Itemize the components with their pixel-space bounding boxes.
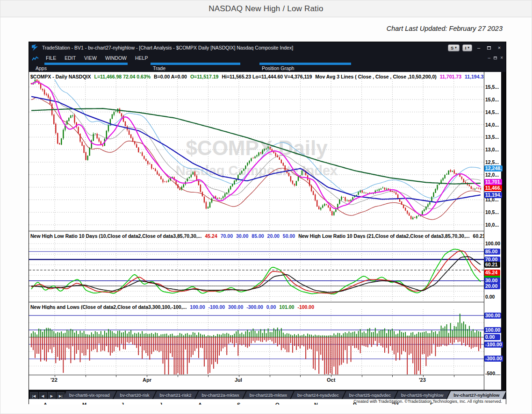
axis-value-badge: 12,248. bbox=[484, 165, 503, 171]
chevron-down-icon: ▾ bbox=[455, 46, 457, 50]
axis-value-badge: -100.00 bbox=[484, 342, 503, 348]
workspace-tab-bv-chart21-risk2[interactable]: bv-chart21-risk2 bbox=[153, 391, 198, 399]
indicator-label-segment: New High Low Ratio 10 Days (21,Close of … bbox=[298, 233, 469, 238]
tradestation-logo-icon bbox=[32, 44, 39, 51]
clipped-month-label: J bbox=[121, 402, 124, 405]
child-minimize-button[interactable]: – bbox=[488, 55, 491, 61]
workspace-tab-bv-chart26-nyhighlow[interactable]: bv-chart26-nyhighlow bbox=[395, 391, 450, 399]
app-tab-trade[interactable]: Trade bbox=[153, 65, 165, 71]
chart-client-area: $COMPX - Daily NASDQIXL=11,466.98 72.04 … bbox=[29, 72, 506, 390]
indicator-label-segment: 60.21 bbox=[473, 233, 484, 238]
tradestation-window: TradeStation - BV1 - bv-chart27-nyhighlo… bbox=[29, 42, 506, 404]
info-segment: O=11,517.19 bbox=[190, 74, 218, 79]
page-title: NASDAQ New High / Low Ratio bbox=[208, 4, 323, 14]
info-segment: L=11,466.98 72.04 0.63% bbox=[94, 74, 151, 79]
menu-item-edit[interactable]: EDIT bbox=[60, 55, 80, 61]
highs-lows-panel[interactable] bbox=[29, 309, 484, 375]
time-tick bbox=[362, 375, 362, 377]
window-title: TradeStation - BV1 - bv-chart27-nyhighlo… bbox=[42, 45, 444, 50]
indicator-label-segment: 100.00 bbox=[190, 304, 205, 309]
symbol-button[interactable]: S▾ bbox=[448, 44, 460, 51]
restore-button[interactable] bbox=[485, 44, 493, 51]
axis-tick-label: -500.... bbox=[485, 371, 501, 376]
restore-icon bbox=[494, 57, 497, 59]
time-axis-label: '23 bbox=[419, 377, 426, 383]
workspace-tab-bv-chart24-nyadvdec[interactable]: bv-chart24-nyadvdec bbox=[291, 391, 345, 399]
indicator-label-segment: -300.00 bbox=[246, 304, 263, 309]
axis-value-badge: 100.00 bbox=[484, 327, 501, 333]
axis-value-badge: 300.00 bbox=[484, 313, 501, 319]
value-axis-column: 15,5...15,0...14,5...14,0...13,5...13,0.… bbox=[484, 72, 501, 390]
info-segment: Mov Avg 3 Lines ( Close , Close , Close … bbox=[315, 74, 437, 79]
axis-tick-label: 100.00 bbox=[485, 241, 500, 246]
indicator-label-segment: 50.00 bbox=[283, 233, 295, 238]
menu-item-file[interactable]: FILE bbox=[42, 55, 60, 61]
menu-item-view[interactable]: VIEW bbox=[80, 55, 101, 61]
child-close-button[interactable]: × bbox=[500, 55, 503, 61]
workspace-tab-bv-chart22a-mktwx[interactable]: bv-chart22a-mktwx bbox=[195, 391, 246, 399]
indicator-label-segment: New Highs and Lows (Close of data2,Close… bbox=[30, 304, 187, 309]
highs-lows-label-row: New Highs and Lows (Close of data2,Close… bbox=[29, 302, 484, 309]
app-tab-row: AppsTradePosition Graph bbox=[29, 63, 506, 72]
copyright-text: Created with TradeStation. ©TradeStation… bbox=[351, 399, 502, 404]
interval-button[interactable]: I▾ bbox=[462, 44, 472, 51]
clipped-month-label: F bbox=[430, 402, 433, 405]
restore-icon bbox=[487, 46, 491, 50]
highs-lows-axis: -500....300.00100.000.00-100.00-300.00 bbox=[484, 309, 501, 375]
indicator-label-segment: 30.00 bbox=[236, 233, 248, 238]
time-tick bbox=[300, 375, 301, 377]
tab-nav-button-1[interactable]: ◀ bbox=[39, 392, 47, 399]
main-price-panel[interactable]: $COMPX DailyNasdaq Composite Index bbox=[29, 79, 484, 231]
clipped-month-label: A bbox=[43, 402, 47, 405]
info-segment: 11,194.3... bbox=[465, 74, 484, 79]
clipped-month-label: A bbox=[198, 402, 202, 405]
workspace-tab-bar: |◀◀▶▶|bv-chart6-vix-spreadbv-chart20-ris… bbox=[29, 390, 506, 399]
minimize-button[interactable]: – bbox=[475, 44, 482, 51]
symbol-info-bar: $COMPX - Daily NASDQIXL=11,466.98 72.04 … bbox=[29, 72, 484, 79]
time-tick bbox=[86, 375, 86, 377]
tab-nav-button-0[interactable]: |◀ bbox=[30, 392, 38, 399]
axis-tick-label: 13,0... bbox=[485, 147, 499, 152]
chart-column: $COMPX - Daily NASDQIXL=11,466.98 72.04 … bbox=[29, 72, 484, 390]
axis-value-badge: -300.00 bbox=[484, 356, 503, 362]
clipped-month-label: S bbox=[237, 402, 240, 405]
bottom-strip: Created with TradeStation. ©TradeStation… bbox=[29, 399, 506, 405]
app-tab-apps[interactable]: Apps bbox=[36, 65, 47, 71]
workspace-tab-bv-chart22b-mktwx[interactable]: bv-chart22b-mktwx bbox=[243, 391, 294, 399]
axis-value-badge: 20.00 bbox=[484, 283, 500, 289]
axis-value-badge: 60.21 bbox=[484, 262, 500, 268]
indicator-label-segment: 0.00 bbox=[266, 304, 276, 309]
page-header: NASDAQ New High / Low Ratio bbox=[0, 0, 532, 17]
menu-item-help[interactable]: HELP bbox=[131, 55, 152, 61]
info-segment: Hi=11,565.23 Lo=11,444.60 V=4,376,119 bbox=[222, 74, 312, 79]
ratio-axis: 100.000.0085.0070.0060.2145.2430.0020.00 bbox=[484, 238, 501, 302]
time-tick bbox=[116, 375, 116, 377]
chart-line-icon bbox=[32, 55, 39, 61]
workspace-tab-bv-chart27-nyhighlow[interactable]: bv-chart27-nyhighlow bbox=[447, 391, 506, 399]
workspace-tab-bv-chart25-nqadvdec[interactable]: bv-chart25-nqadvdec bbox=[343, 391, 397, 399]
time-axis-label: '22 bbox=[50, 377, 58, 383]
time-tick bbox=[392, 375, 393, 377]
indicator-label-segment: 70.00 bbox=[221, 233, 233, 238]
child-restore-button[interactable] bbox=[494, 55, 497, 61]
axis-tick-label: 13,5... bbox=[485, 134, 499, 140]
workspace-tab-bv-chart6-vix-spread[interactable]: bv-chart6-vix-spread bbox=[63, 391, 116, 399]
window-titlebar: TradeStation - BV1 - bv-chart27-nyhighlo… bbox=[29, 42, 506, 53]
time-axis-label: Oct bbox=[327, 377, 335, 383]
axis-value-badge: 45.24 bbox=[484, 270, 500, 276]
clipped-month-label: N bbox=[314, 402, 318, 405]
ratio-indicator-panel[interactable] bbox=[29, 238, 484, 302]
axis-value-badge: 85.00 bbox=[484, 249, 500, 255]
close-button[interactable]: × bbox=[496, 44, 503, 51]
axis-tick-label: 14,0... bbox=[485, 122, 499, 128]
indicator-label-segment: 101.00 bbox=[279, 304, 294, 309]
ratio-indicator-label-row: New High Low Ratio 10 Days (10,Close of … bbox=[29, 231, 484, 238]
time-tick bbox=[208, 375, 208, 377]
axis-tick-label: 14,5... bbox=[485, 109, 499, 115]
app-tab-position-graph[interactable]: Position Graph bbox=[262, 65, 294, 71]
indicator-label-segment: 45.24 bbox=[205, 233, 217, 238]
workspace-tab-bv-chart20-risk[interactable]: bv-chart20-risk bbox=[114, 391, 156, 399]
time-axis-label: Jul bbox=[235, 377, 242, 383]
menu-item-window[interactable]: WINDOW bbox=[101, 55, 131, 61]
tab-nav-button-2[interactable]: ▶ bbox=[48, 392, 56, 399]
